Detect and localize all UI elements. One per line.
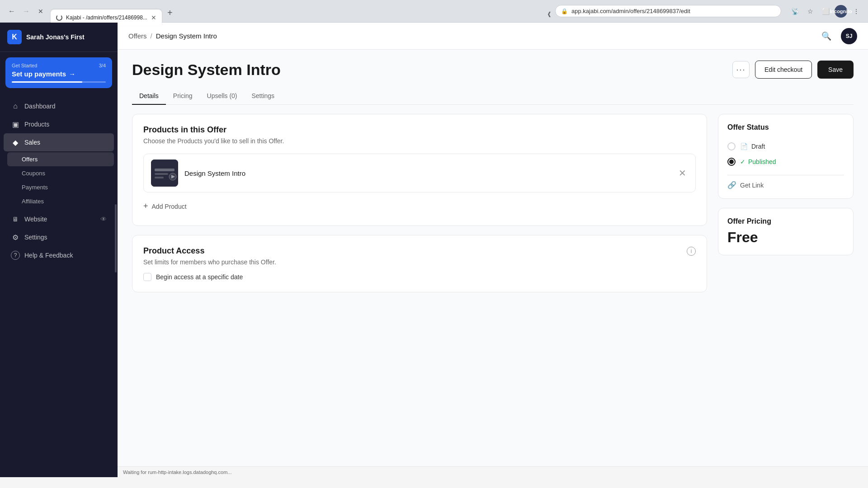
sidebar-item-help[interactable]: ? Help & Feedback bbox=[4, 246, 114, 264]
sidebar-nav: ⌂ Dashboard ▣ Products ◆ Sales Offers Co… bbox=[0, 94, 118, 477]
sales-label: Sales bbox=[24, 139, 40, 146]
sidebar-item-settings[interactable]: ⚙ Settings bbox=[4, 228, 114, 246]
link-icon: 🔗 bbox=[727, 181, 736, 189]
get-started-arrow: → bbox=[69, 70, 75, 78]
content-area: Design System Intro ··· Edit checkout Sa… bbox=[118, 50, 868, 466]
get-started-banner[interactable]: Get Started 3/4 Set up payments → bbox=[5, 57, 112, 88]
left-column: Products in this Offer Choose the Produc… bbox=[132, 114, 707, 301]
tab-upsells[interactable]: Upsells (0) bbox=[200, 88, 245, 105]
content-grid: Products in this Offer Choose the Produc… bbox=[132, 114, 854, 301]
tab-settings[interactable]: Settings bbox=[245, 88, 282, 105]
sub-nav-item-coupons[interactable]: Coupons bbox=[7, 166, 114, 180]
tab-title: Kajabi - /admin/offers/21486998... bbox=[66, 14, 147, 21]
get-started-label: Get Started bbox=[12, 63, 37, 68]
access-checkbox-label: Begin access at a specific date bbox=[156, 273, 243, 281]
get-started-cta: Set up payments → bbox=[12, 70, 106, 78]
sub-nav-item-payments[interactable]: Payments bbox=[7, 180, 114, 194]
page-header-actions: ··· Edit checkout Save bbox=[732, 61, 854, 79]
product-thumbnail-image bbox=[151, 160, 178, 187]
access-checkbox[interactable] bbox=[143, 273, 151, 281]
topbar-right: 🔍 SJ bbox=[819, 28, 857, 44]
tab-loading-spinner bbox=[56, 14, 62, 21]
page-title: Design System Intro bbox=[132, 61, 281, 79]
dashboard-icon: ⌂ bbox=[11, 102, 20, 111]
add-product-button[interactable]: + Add Product bbox=[143, 198, 696, 215]
product-remove-button[interactable]: ✕ bbox=[677, 167, 688, 179]
address-input[interactable] bbox=[571, 8, 775, 14]
published-radio[interactable] bbox=[727, 158, 736, 166]
draft-file-icon: 📄 bbox=[740, 143, 748, 150]
sidebar-item-dashboard[interactable]: ⌂ Dashboard bbox=[4, 97, 114, 115]
bookmark-icon[interactable]: ☆ bbox=[804, 5, 816, 18]
offer-status-card: Offer Status 📄 Draft bbox=[718, 114, 854, 199]
breadcrumb: Offers / Design System Intro bbox=[128, 32, 217, 40]
access-info-icon[interactable]: i bbox=[687, 247, 696, 256]
tab-details[interactable]: Details bbox=[132, 88, 166, 105]
checkbox-row: Begin access at a specific date bbox=[143, 273, 696, 281]
browser-menu-icon[interactable]: ⋮ bbox=[850, 5, 863, 18]
save-button[interactable]: Save bbox=[817, 61, 854, 79]
browser-chrome: ← → ✕ Kajabi - /admin/offers/21486998...… bbox=[0, 0, 868, 23]
user-avatar[interactable]: SJ bbox=[841, 28, 857, 44]
add-tab-button[interactable]: + bbox=[164, 7, 176, 19]
offer-pricing-card: Offer Pricing Free bbox=[718, 208, 854, 255]
sidebar-item-products[interactable]: ▣ Products bbox=[4, 115, 114, 133]
browser-controls: ← → ✕ bbox=[5, 5, 47, 18]
right-column: Offer Status 📄 Draft bbox=[718, 114, 854, 301]
browser-minimize-icon: ❰ bbox=[547, 11, 552, 17]
get-started-progress: 3/4 bbox=[99, 63, 106, 68]
address-bar[interactable]: 🔒 bbox=[555, 5, 781, 17]
svg-rect-1 bbox=[155, 169, 175, 171]
browser-back-button[interactable]: ← bbox=[5, 5, 18, 18]
app-container: K Sarah Jonas's First Get Started 3/4 Se… bbox=[0, 23, 868, 477]
products-label: Products bbox=[24, 121, 49, 128]
access-header: Product Access i bbox=[143, 246, 696, 256]
published-check-icon: ✓ bbox=[740, 158, 745, 165]
get-started-header: Get Started 3/4 bbox=[12, 63, 106, 68]
get-started-progress-bar bbox=[12, 81, 82, 83]
svg-rect-3 bbox=[155, 177, 164, 178]
browser-forward-button[interactable]: → bbox=[20, 5, 33, 18]
settings-label: Settings bbox=[24, 234, 47, 241]
tab-bar: Kajabi - /admin/offers/21486998... ✕ + ❰ bbox=[51, 0, 552, 23]
product-item: Design System Intro ✕ bbox=[143, 154, 696, 192]
offer-pricing-title: Offer Pricing bbox=[727, 217, 844, 225]
sub-nav-item-offers[interactable]: Offers bbox=[7, 152, 114, 166]
tab-close-icon[interactable]: ✕ bbox=[151, 14, 156, 21]
access-desc: Set limits for members who purchase this… bbox=[143, 258, 696, 266]
coupons-label: Coupons bbox=[22, 170, 45, 177]
product-name: Design System Intro bbox=[184, 169, 670, 177]
status-draft-option[interactable]: 📄 Draft bbox=[727, 139, 844, 154]
breadcrumb-separator: / bbox=[151, 32, 152, 40]
draft-radio[interactable] bbox=[727, 142, 736, 150]
settings-icon: ⚙ bbox=[11, 233, 20, 242]
status-bar: Waiting for rum-http-intake.logs.datadog… bbox=[118, 466, 868, 477]
browser-reload-button[interactable]: ✕ bbox=[34, 5, 47, 18]
status-bar-text: Waiting for rum-http-intake.logs.datadog… bbox=[123, 469, 232, 475]
sidebar-item-website[interactable]: 🖥 Website 👁 bbox=[4, 210, 114, 228]
more-options-button[interactable]: ··· bbox=[732, 61, 750, 78]
add-product-label: Add Product bbox=[152, 203, 187, 210]
sidebar-header: K Sarah Jonas's First bbox=[0, 23, 118, 52]
products-card: Products in this Offer Choose the Produc… bbox=[132, 114, 707, 226]
product-thumbnail bbox=[151, 160, 178, 187]
edit-checkout-button[interactable]: Edit checkout bbox=[755, 61, 812, 79]
sidebar-logo: K bbox=[7, 30, 22, 44]
affiliates-label: Affiliates bbox=[22, 198, 44, 205]
breadcrumb-parent[interactable]: Offers bbox=[128, 32, 147, 40]
get-link-button[interactable]: 🔗 Get Link bbox=[727, 181, 844, 189]
incognito-avatar[interactable]: Incognito bbox=[835, 5, 847, 18]
dashboard-label: Dashboard bbox=[24, 103, 56, 110]
status-published-option[interactable]: ✓ Published bbox=[727, 154, 844, 169]
browser-action-buttons: 📡 ☆ ⬜ Incognito ⋮ bbox=[788, 5, 863, 18]
sub-nav-item-affiliates[interactable]: Affiliates bbox=[7, 194, 114, 208]
tabs-container: Details Pricing Upsells (0) Settings bbox=[132, 88, 854, 105]
cast-icon[interactable]: 📡 bbox=[788, 5, 801, 18]
sales-icon: ◆ bbox=[11, 138, 20, 147]
products-card-title: Products in this Offer bbox=[143, 125, 696, 135]
search-button[interactable]: 🔍 bbox=[819, 29, 834, 43]
published-text: Published bbox=[748, 158, 776, 165]
sidebar-item-sales[interactable]: ◆ Sales bbox=[4, 133, 114, 151]
tab-pricing[interactable]: Pricing bbox=[166, 88, 200, 105]
page-header: Design System Intro ··· Edit checkout Sa… bbox=[132, 61, 854, 79]
